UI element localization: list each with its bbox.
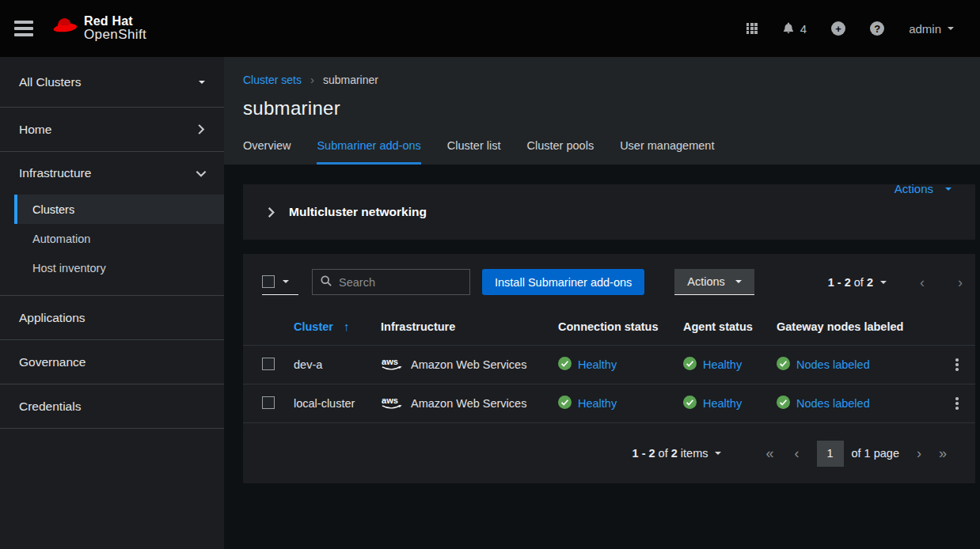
masthead: Red Hat OpenShift 4 + ? admin [0,0,980,57]
notification-count: 4 [800,22,807,36]
sidebar: All Clusters Home Infrastructure Cluster… [0,57,224,549]
table-row: dev-a aws Amazon Web Services Healthy He… [243,346,975,384]
brand-line1: Red Hat [84,14,146,28]
tab-cluster-pools[interactable]: Cluster pools [527,139,594,165]
user-menu[interactable]: admin [909,22,954,36]
cluster-name: dev-a [294,358,381,371]
check-circle-icon [683,357,697,373]
tab-overview[interactable]: Overview [243,139,291,165]
column-header-cluster[interactable]: Cluster ↑ [294,320,381,333]
sidebar-item-host-inventory[interactable]: Host inventory [14,253,224,282]
sidebar-item-label: Credentials [19,399,81,414]
sidebar-item-label: Governance [19,355,85,369]
notification-badge[interactable]: 4 [782,21,807,36]
tab-submariner-add-ons[interactable]: Submariner add-ons [317,139,420,165]
app-launcher-icon[interactable] [746,23,758,34]
search-input[interactable] [339,276,462,289]
sidebar-item-credentials[interactable]: Credentials [0,384,224,429]
breadcrumb-cluster-sets[interactable]: Cluster sets [243,74,302,86]
sidebar-item-automation[interactable]: Automation [14,224,224,253]
first-page-icon[interactable]: « [765,445,773,462]
sidebar-item-home[interactable]: Home [0,108,224,152]
sidebar-item-applications[interactable]: Applications [0,296,224,340]
infrastructure-label: Amazon Web Services [411,397,526,410]
search-box[interactable] [312,269,470,295]
column-header-connection-status: Connection status [558,320,683,333]
create-plus-icon[interactable]: + [831,21,845,36]
aws-icon: aws [381,395,404,412]
page-title: submariner [243,97,952,119]
row-kebab-menu-icon[interactable] [939,354,975,376]
tab-cluster-list[interactable]: Cluster list [447,139,501,165]
check-circle-icon [558,396,572,411]
previous-page-icon[interactable]: ‹ [795,445,800,462]
toolbar-actions-dropdown[interactable]: Actions [674,269,754,295]
search-icon [321,275,332,290]
check-circle-icon [777,396,790,411]
perspective-switcher[interactable]: All Clusters [0,57,224,108]
chevron-down-icon [197,168,205,180]
content: Multicluster networking Install Sub [224,165,980,549]
breadcrumb-current: submariner [323,74,378,86]
table-toolbar: Install Submariner add-ons Actions 1 - 2… [243,254,975,295]
pagination-range: 1 - 2 [632,447,655,460]
aws-icon: aws [381,356,404,373]
svg-text:aws: aws [382,357,398,366]
pagination-range: 1 - 2 [828,276,851,289]
sidebar-item-governance[interactable]: Governance [0,340,224,384]
multicluster-networking-section[interactable]: Multicluster networking [243,184,975,240]
pagination-bottom: 1 - 2 of 2 items « ‹ of 1 page › » [243,423,975,483]
redhat-fedora-icon [51,16,79,41]
redhat-openshift-logo: Red Hat OpenShift [51,14,146,43]
username: admin [909,22,941,36]
nav-toggle-icon[interactable] [14,21,33,36]
row-kebab-menu-icon[interactable] [939,392,975,415]
chevron-right-icon [267,206,275,218]
install-submariner-button[interactable]: Install Submariner add-ons [482,269,644,295]
sidebar-item-label: Infrastructure [19,166,91,180]
row-checkbox[interactable] [262,396,275,409]
pagination-items-label: items [681,447,708,460]
check-circle-icon [683,396,697,411]
connection-status-link[interactable]: Healthy [558,396,683,411]
check-circle-icon [558,357,572,373]
next-page-icon[interactable]: › [917,445,921,462]
sidebar-item-clusters[interactable]: Clusters [14,195,224,224]
bulk-select-dropdown[interactable] [262,269,298,295]
next-page-icon[interactable]: › [958,275,963,290]
column-header-agent-status: Agent status [683,320,777,333]
caret-down-icon[interactable] [880,281,887,284]
brand-line2: OpenShift [84,28,146,43]
caret-down-icon [948,27,954,30]
svg-text:aws: aws [382,396,398,405]
pagination-top: 1 - 2 of 2 ‹ › [828,275,963,290]
agent-status-link[interactable]: Healthy [683,396,777,411]
page-actions-dropdown[interactable]: Actions [895,182,952,195]
infrastructure-label: Amazon Web Services [411,358,526,371]
page-of-label: of 1 page [852,447,899,460]
tab-user-management[interactable]: User management [620,139,714,165]
caret-down-icon [199,81,205,84]
caret-down-icon [945,187,952,191]
page-number-input[interactable] [817,441,844,467]
row-checkbox[interactable] [262,358,275,370]
help-icon[interactable]: ? [870,21,884,36]
chevron-right-icon [197,123,205,135]
connection-status-link[interactable]: Healthy [558,357,683,373]
last-page-icon[interactable]: » [939,445,947,462]
sidebar-item-label: Applications [19,311,85,325]
gateway-nodes-link[interactable]: Nodes labeled [777,396,939,411]
bulk-select-checkbox[interactable] [262,275,275,288]
caret-down-icon [283,280,289,283]
bell-icon [782,21,795,36]
pagination-total: 2 [867,276,873,289]
caret-down-icon[interactable] [715,452,721,455]
sidebar-item-infrastructure[interactable]: Infrastructure [0,152,224,195]
tabs: Overview Submariner add-ons Cluster list… [243,139,740,165]
table-row: local-cluster aws Amazon Web Services He… [243,384,975,423]
toolbar-actions-label: Actions [687,275,725,288]
sidebar-item-label: Host inventory [32,262,106,274]
agent-status-link[interactable]: Healthy [683,357,777,373]
previous-page-icon[interactable]: ‹ [920,275,925,290]
gateway-nodes-link[interactable]: Nodes labeled [777,357,939,373]
